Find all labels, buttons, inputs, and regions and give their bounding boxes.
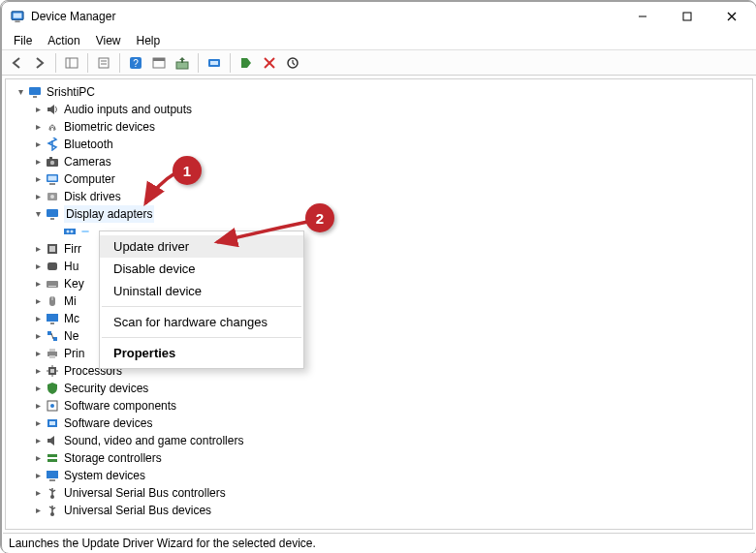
svg-rect-2 [15,20,19,22]
tree-category[interactable]: Software components [8,397,752,415]
svg-rect-19 [241,58,247,68]
tree-node-label: Security devices [64,380,148,397]
expand-caret-icon[interactable] [31,136,45,153]
tree-category[interactable]: Universal Serial Bus controllers [8,484,752,502]
minimize-button[interactable] [620,2,665,31]
bluetooth-icon [45,137,60,152]
gpu-icon [62,224,78,239]
toolbar-separator [119,53,120,73]
tree-category[interactable]: Security devices [8,380,752,397]
svg-rect-52 [49,355,55,358]
speaker-icon [45,102,60,117]
menu-help[interactable]: Help [129,32,169,49]
tree-category[interactable]: Software devices [8,415,752,432]
context-menu: Update driver Disable device Uninstall d… [99,230,304,369]
printer-icon [45,346,60,361]
expand-caret-icon[interactable] [31,502,45,519]
uninstall-device-button[interactable] [259,52,280,74]
tree-node-label: Mc [64,310,79,327]
expand-caret-icon[interactable] [31,188,45,205]
expand-caret-icon[interactable] [31,345,45,362]
ctx-disable-device[interactable]: Disable device [100,258,303,280]
tree-category[interactable]: Cameras [8,153,752,170]
expand-caret-icon[interactable] [31,170,45,188]
window-title: Device Manager [31,10,620,23]
tree-category[interactable]: Display adapters [8,205,752,223]
tree-node-label: Disk drives [64,188,121,205]
expand-caret-icon[interactable] [31,292,45,310]
svg-rect-51 [49,349,55,352]
expand-caret-icon[interactable] [31,362,45,380]
tree-node-label: Sound, video and game controllers [64,432,243,449]
tree-category[interactable]: Biometric devices [8,118,752,136]
expand-caret-icon[interactable] [31,275,45,292]
tree-category[interactable]: Universal Serial Bus devices [8,502,752,519]
tree-category[interactable]: Computer [8,170,752,188]
svg-rect-62 [49,421,55,425]
expand-caret-icon[interactable] [31,484,45,502]
expand-caret-icon[interactable] [31,380,45,397]
svg-rect-48 [53,337,57,341]
svg-rect-33 [47,209,58,217]
tree-category[interactable]: System devices [8,467,752,484]
disk-icon [45,189,60,204]
menu-action[interactable]: Action [40,32,87,49]
expand-caret-icon[interactable] [14,83,27,101]
component-icon [45,398,60,414]
svg-rect-29 [48,176,57,181]
ctx-scan-hardware[interactable]: Scan for hardware changes [100,311,303,333]
expand-caret-icon[interactable] [31,258,45,275]
menu-view[interactable]: View [88,32,129,49]
expand-caret-icon[interactable] [31,467,45,484]
expand-caret-icon[interactable] [31,205,45,223]
ctx-properties[interactable]: Properties [100,342,303,364]
expand-caret-icon[interactable] [31,153,45,170]
tree-category[interactable]: Storage controllers [8,449,752,467]
tree-root[interactable]: SrishtiPC [8,83,752,101]
tree-category[interactable]: Bluetooth [8,136,752,153]
menu-file[interactable]: File [6,32,40,49]
show-hide-tree-button[interactable] [61,52,82,74]
expand-caret-icon[interactable] [31,432,45,449]
expand-caret-icon[interactable] [31,101,45,118]
close-button[interactable] [709,2,754,31]
tree-node-label: Software components [64,397,176,415]
expand-caret-icon[interactable] [31,118,45,136]
svg-rect-39 [49,246,55,252]
ctx-update-driver[interactable]: Update driver [100,235,303,258]
update-driver-button[interactable] [172,52,193,74]
svg-rect-16 [176,62,188,69]
expand-caret-icon[interactable] [31,310,45,327]
enable-device-button[interactable] [236,52,257,74]
toolbar: ? [2,50,756,76]
forward-button[interactable] [29,52,50,74]
svg-rect-45 [47,314,58,322]
svg-rect-65 [47,471,58,478]
svg-rect-18 [210,61,218,65]
tree-category[interactable]: Sound, video and game controllers [8,432,752,449]
status-bar: Launches the Update Driver Wizard for th… [3,533,755,552]
tree-node-label: Mi [64,292,77,310]
expand-caret-icon[interactable] [31,449,45,467]
expand-caret-icon[interactable] [31,327,45,345]
tree-node-label: Cameras [64,153,111,170]
svg-rect-9 [99,58,109,68]
keyboard-icon [45,276,60,292]
scan-hardware-button[interactable] [204,52,225,74]
tree-category[interactable]: Audio inputs and outputs [8,101,752,118]
action-button[interactable] [148,52,170,74]
tree-category[interactable]: Disk drives [8,188,752,205]
maximize-button[interactable] [665,2,709,31]
back-button[interactable] [6,52,27,74]
expand-caret-icon[interactable] [31,397,45,415]
storage-icon [45,450,60,466]
expand-caret-icon[interactable] [31,240,45,258]
svg-rect-1 [14,14,22,18]
sound-icon [45,433,60,448]
properties-button[interactable] [93,52,114,74]
expand-caret-icon[interactable] [31,415,45,432]
help-button[interactable]: ? [125,52,146,74]
computer-icon [45,171,60,187]
disable-device-button[interactable] [282,52,303,74]
ctx-uninstall-device[interactable]: Uninstall device [100,280,303,302]
